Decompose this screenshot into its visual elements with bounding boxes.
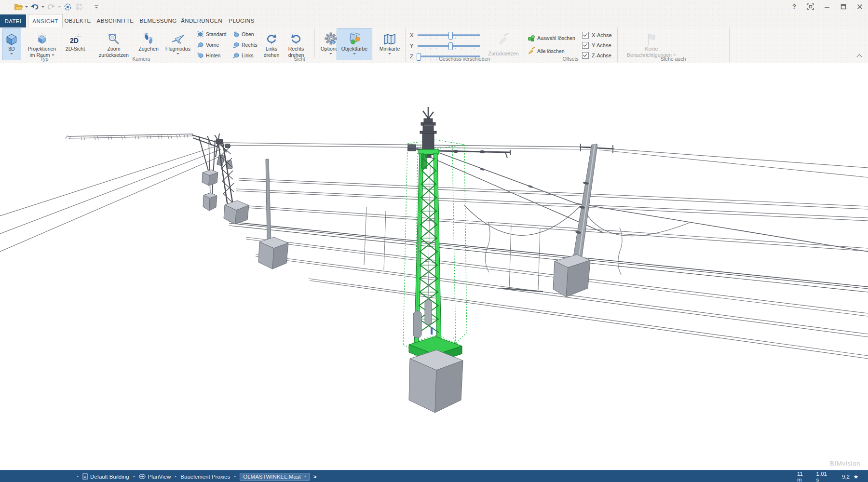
breadcrumb-building[interactable]: Default Building (82, 473, 129, 480)
clear-all-button[interactable]: Alle löschen (528, 46, 565, 55)
fly-mode-dropdown-caret[interactable] (176, 53, 179, 54)
distance-readout: 11 m (797, 470, 803, 482)
clear-selection-icon (528, 34, 535, 41)
qat-customize-icon[interactable] (92, 2, 101, 12)
tab-aenderungen[interactable]: ÄNDERUNGEN (182, 14, 221, 27)
rating-readout: 9,2 (842, 470, 850, 482)
y-achse-checkbox[interactable] (582, 42, 589, 49)
tab-abschnitte[interactable]: ABSCHNITTE (96, 14, 134, 27)
open-file-dropdown-caret[interactable] (25, 6, 28, 8)
x-achse-checkbox[interactable] (582, 32, 589, 39)
small-foundation-a[interactable] (202, 170, 218, 186)
clear-selection-button[interactable]: Auswahl löschen (528, 33, 575, 42)
view-3d-dropdown-caret[interactable] (10, 53, 13, 54)
projections-label-1: Projektionen (28, 46, 56, 52)
options-dropdown-caret[interactable] (329, 53, 332, 54)
clear-all-label: Alle löschen (537, 48, 565, 54)
app-watermark: BIMvision (830, 460, 860, 467)
viewport-3d[interactable]: BIMvision (0, 63, 868, 470)
tab-bemessung[interactable]: BEMESSUNG (140, 14, 176, 27)
tab-plugins[interactable]: PLUGINS (227, 14, 257, 27)
scene-3d[interactable] (0, 63, 868, 470)
undo-icon[interactable] (30, 2, 40, 12)
object-color-icon (347, 29, 362, 46)
ribbon-tab-row: DATEI ANSICHT OBJEKTE ABSCHNITTE BEMESSU… (0, 13, 868, 27)
clear-all-icon (528, 47, 535, 54)
breadcrumb-selected-object[interactable]: OLMASTWINKEL:Mast (240, 473, 310, 481)
selected-mast[interactable] (407, 107, 510, 413)
no-notifications-label-1: Keine (645, 46, 658, 52)
breadcrumb-caret-2[interactable] (174, 476, 177, 477)
breadcrumb-arrow[interactable]: > (313, 474, 317, 480)
focus-target-icon[interactable] (63, 2, 72, 12)
checkbox-y-achse[interactable]: Y-Achse (582, 42, 611, 49)
view-vorne-button[interactable]: Vorne (197, 40, 219, 49)
slider-x-track[interactable] (418, 34, 480, 36)
group-offsets: Auswahl löschen Alle löschen X-Achse Y-A… (524, 27, 618, 62)
breadcrumb-caret-1[interactable] (133, 476, 136, 477)
view-rechts-button[interactable]: Rechts (232, 40, 258, 49)
breadcrumb-planview-label: PlanView (148, 474, 171, 480)
view-3d-label: 3D (8, 46, 14, 52)
rotate-left-icon (265, 29, 278, 46)
checkbox-x-achse[interactable]: X-Achse (582, 32, 612, 39)
icon-2d: 2D (68, 29, 82, 46)
anchor-marker (431, 327, 433, 335)
right-pole[interactable] (553, 144, 614, 297)
slider-y-label: Y (410, 43, 413, 49)
title-bar: ? (0, 0, 868, 13)
rotate-right-label-1: Rechts (288, 46, 304, 52)
breadcrumb-selected-caret[interactable] (304, 476, 307, 477)
grid-settings-icon (74, 2, 84, 12)
breadcrumb-caret-3[interactable] (233, 476, 236, 477)
tab-datei[interactable]: DATEI (0, 14, 26, 27)
window-controls: ? (786, 0, 868, 13)
breadcrumb-proxies[interactable]: Bauelement Proxies (180, 474, 230, 480)
breadcrumb-proxies-label: Bauelement Proxies (180, 474, 230, 480)
slider-x-handle[interactable] (448, 32, 453, 40)
view-standard-button[interactable]: Standard (197, 29, 227, 39)
small-foundation-b[interactable] (203, 193, 217, 211)
window-chrome: ? DATEI ANSICHT OBJEKTE ABSCHNITTE BEMES… (0, 0, 868, 63)
slider-y-track[interactable] (418, 45, 480, 47)
breadcrumb-root-caret[interactable] (76, 476, 79, 477)
redo-dropdown-caret (58, 6, 61, 8)
slider-y-handle[interactable] (448, 42, 453, 50)
group-typ: 3D Projektionen im Raum 2D 2D-Sicht Typ (0, 27, 89, 62)
slider-x-label: X (410, 32, 413, 38)
zoom-reset-label-1: Zoom (108, 46, 121, 52)
view-rechts-icon (232, 41, 240, 48)
group-siehe-auch-label: Siehe auch (617, 56, 729, 62)
close-button[interactable] (852, 0, 868, 13)
left-lattice-mast[interactable] (218, 140, 249, 224)
right-pole-foundation[interactable] (553, 254, 590, 297)
walk-mode-label: Zugehen (138, 46, 158, 52)
selected-mast-foundation[interactable] (409, 350, 463, 413)
fullscreen-button[interactable] (802, 0, 819, 13)
star-icon[interactable]: ★ (854, 470, 858, 482)
breadcrumb-planview[interactable]: PlanView (139, 474, 171, 480)
svg-text:2D: 2D (70, 37, 79, 44)
collapse-ribbon-chevron[interactable] (856, 54, 862, 59)
tab-ansicht[interactable]: ANSICHT (28, 14, 63, 28)
help-button[interactable]: ? (786, 0, 802, 13)
x-achse-label: X-Achse (592, 32, 612, 38)
airplane-icon (171, 29, 185, 46)
clear-selection-label: Auswahl löschen (537, 35, 575, 41)
undo-dropdown-caret[interactable] (41, 6, 44, 8)
maximize-button[interactable] (835, 0, 852, 13)
head-span-beam[interactable] (66, 134, 193, 140)
view-oben-button[interactable]: Oben (232, 29, 254, 39)
reset-brush-icon (497, 29, 510, 46)
minimap-dropdown-caret[interactable] (388, 53, 391, 54)
object-color-dropdown-caret[interactable] (353, 53, 356, 54)
wire-bundles[interactable] (229, 178, 868, 359)
open-file-icon[interactable] (14, 2, 23, 12)
slim-pole[interactable] (258, 159, 288, 269)
minimize-button[interactable] (819, 0, 835, 13)
map-icon (383, 29, 396, 46)
group-geschoss-label: Geschoss verschieben (405, 56, 524, 62)
tab-objekte[interactable]: OBJEKTE (64, 14, 92, 27)
foundation-block[interactable] (224, 201, 249, 224)
group-kamera-label: Kamera (89, 56, 194, 62)
